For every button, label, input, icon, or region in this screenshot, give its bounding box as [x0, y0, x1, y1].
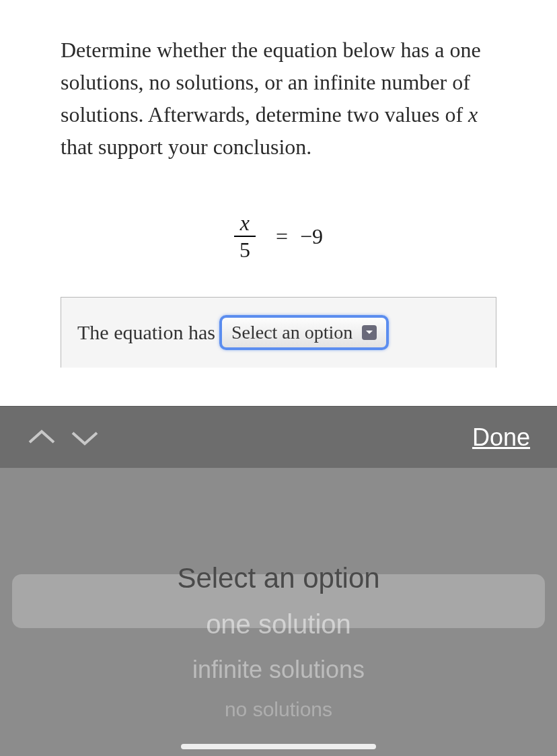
equals-sign: = [276, 224, 288, 248]
prompt-suffix: that support your conclusion. [61, 135, 311, 159]
fraction-numerator: x [234, 210, 256, 236]
answer-prefix: The equation has [77, 321, 215, 344]
answer-select[interactable]: Select an option [219, 315, 389, 350]
question-prompt: Determine whether the equation below has… [61, 34, 496, 163]
equation-display: x 5 = −9 [61, 210, 496, 263]
fraction-denominator: 5 [234, 236, 256, 263]
prompt-prefix: Determine whether the equation below has… [61, 38, 481, 127]
picker-wheel[interactable]: Select an option one solution infinite s… [0, 468, 557, 756]
picker-option[interactable]: one solution [0, 601, 557, 647]
equation-rhs: −9 [300, 224, 323, 248]
select-value: Select an option [231, 322, 352, 343]
picker-option[interactable]: no solutions [0, 693, 557, 726]
question-area: Determine whether the equation below has… [0, 0, 557, 368]
picker-toolbar: Done [0, 406, 557, 468]
fraction: x 5 [234, 210, 256, 263]
form-nav-arrows [27, 427, 100, 448]
answer-box: The equation has Select an option [61, 297, 496, 368]
chevron-down-icon [362, 325, 377, 340]
picker-option[interactable]: Select an option [0, 555, 557, 601]
picker-list: Select an option one solution infinite s… [0, 555, 557, 726]
chevron-down-icon[interactable] [70, 427, 100, 448]
chevron-up-icon[interactable] [27, 427, 57, 448]
home-indicator [181, 744, 376, 749]
done-button[interactable]: Done [472, 423, 530, 452]
picker-option[interactable]: infinite solutions [0, 647, 557, 693]
prompt-variable: x [468, 102, 478, 127]
